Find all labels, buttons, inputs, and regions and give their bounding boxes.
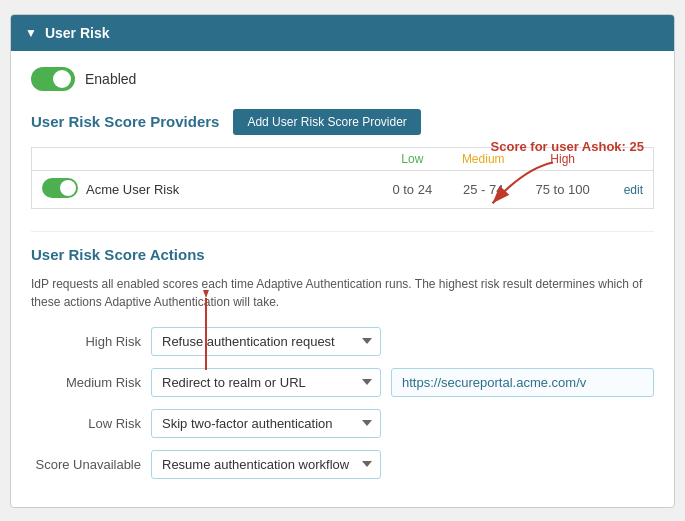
provider-high-range: 75 to 100 <box>519 170 607 208</box>
user-risk-card: ▼ User Risk Enabled User Risk Score Prov… <box>10 14 675 508</box>
medium-risk-label: Medium Risk <box>31 375 141 390</box>
providers-title-row: User Risk Score Providers Add User Risk … <box>31 109 654 135</box>
score-annotation: Score for user Ashok: 25 <box>491 139 644 154</box>
actions-title-row: User Risk Score Actions <box>31 246 654 263</box>
actions-section: User Risk Score Actions IdP requests all… <box>31 231 654 479</box>
actions-title: User Risk Score Actions <box>31 246 205 263</box>
score-unavailable-label: Score Unavailable <box>31 457 141 472</box>
table-row: Acme User Risk 0 to 24 25 - 74 75 to 100… <box>32 170 654 208</box>
low-risk-select[interactable]: Refuse authentication request Skip two-f… <box>151 409 381 438</box>
high-risk-label: High Risk <box>31 334 141 349</box>
chevron-icon: ▼ <box>25 26 37 40</box>
provider-name: Acme User Risk <box>78 170 377 208</box>
add-provider-button[interactable]: Add User Risk Score Provider <box>233 109 420 135</box>
score-unavailable-select[interactable]: Refuse authentication request Skip two-f… <box>151 450 381 479</box>
provider-low-range: 0 to 24 <box>377 170 448 208</box>
enabled-row: Enabled <box>31 67 654 91</box>
col-low: Low <box>377 147 448 170</box>
providers-table: Low Medium High <box>31 147 654 209</box>
card-header: ▼ User Risk <box>11 15 674 51</box>
high-risk-row: High Risk Refuse authentication request … <box>31 327 654 356</box>
card-body: Enabled User Risk Score Providers Add Us… <box>11 51 674 507</box>
medium-risk-row: Medium Risk Refuse authentication reques… <box>31 368 654 397</box>
low-risk-label: Low Risk <box>31 416 141 431</box>
providers-table-wrapper: Low Medium High <box>31 147 654 209</box>
high-risk-select[interactable]: Refuse authentication request Skip two-f… <box>151 327 381 356</box>
enabled-label: Enabled <box>85 71 136 87</box>
medium-risk-select[interactable]: Refuse authentication request Skip two-f… <box>151 368 381 397</box>
score-unavailable-row: Score Unavailable Refuse authentication … <box>31 450 654 479</box>
provider-toggle[interactable] <box>42 178 78 198</box>
low-risk-row: Low Risk Refuse authentication request S… <box>31 409 654 438</box>
providers-section: User Risk Score Providers Add User Risk … <box>31 109 654 209</box>
enabled-toggle[interactable] <box>31 67 75 91</box>
provider-medium-range: 25 - 74 <box>448 170 519 208</box>
medium-risk-url-input[interactable] <box>391 368 654 397</box>
actions-description: IdP requests all enabled scores each tim… <box>31 275 654 311</box>
provider-edit-link[interactable]: edit <box>624 183 643 197</box>
card-title: User Risk <box>45 25 110 41</box>
providers-title: User Risk Score Providers <box>31 113 219 130</box>
